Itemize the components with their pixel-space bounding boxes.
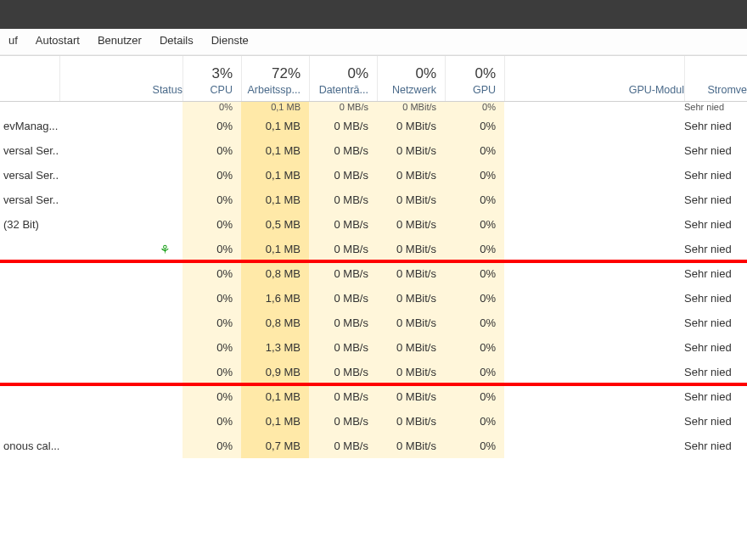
cell-cpu: 0% xyxy=(183,360,241,384)
table-row[interactable]: evManag...0%0,1 MB0 MB/s0 MBit/s0%Sehr n… xyxy=(0,114,747,138)
cell-status xyxy=(59,434,183,458)
cell-net: 0 MBit/s xyxy=(377,286,445,311)
cell-power: Sehr nied xyxy=(684,286,747,311)
table-row[interactable]: versal Ser...0%0,1 MB0 MB/s0 MBit/s0%Seh… xyxy=(0,138,747,163)
cell-gpu: 0% xyxy=(445,335,504,360)
table-row[interactable]: onous cal...0%0,7 MB0 MB/s0 MBit/s0%Sehr… xyxy=(0,434,747,458)
table-row[interactable]: 0%0,1 MB0 MB/s0 MBit/s0%Sehr nied xyxy=(0,409,747,434)
cell-gpumodul xyxy=(504,286,684,311)
cell-mem: 0,1 MB xyxy=(241,237,309,261)
cell-status xyxy=(59,163,183,188)
table-row[interactable]: 0%1,3 MB0 MB/s0 MBit/s0%Sehr nied xyxy=(0,335,747,360)
tab-autostart[interactable]: Autostart xyxy=(27,29,89,55)
cell-gpumodul xyxy=(504,138,684,163)
leaf-icon: ⚘ xyxy=(160,243,171,256)
cell-cpu: 0% xyxy=(183,102,241,114)
cell-gpumodul xyxy=(504,384,684,409)
cell-gpumodul xyxy=(504,114,684,138)
cell-disk: 0 MB/s xyxy=(309,188,377,212)
cell-power: Sehr nied xyxy=(684,237,747,261)
net-label: Netzwerk xyxy=(383,82,436,96)
cell-disk: 0 MB/s xyxy=(309,384,377,409)
mem-label: Arbeitssp... xyxy=(247,82,300,96)
cell-gpu: 0% xyxy=(445,384,504,409)
cell-disk: 0 MB/s xyxy=(309,311,377,335)
cell-power: Sehr nied xyxy=(684,138,747,163)
table-row[interactable]: 0%0,9 MB0 MB/s0 MBit/s0%Sehr nied xyxy=(0,360,747,384)
cell-power: Sehr nied xyxy=(684,409,747,434)
cell-power: Sehr nied xyxy=(684,114,747,138)
cell-gpumodul xyxy=(504,360,684,384)
process-grid: Status 3% CPU 72% Arbeitssp... 0% Datent… xyxy=(0,56,747,458)
cell-status xyxy=(59,114,183,138)
cell-gpumodul xyxy=(504,311,684,335)
cell-status xyxy=(59,384,183,409)
cell-name xyxy=(0,335,59,360)
tab-0[interactable]: uf xyxy=(0,29,27,55)
table-row[interactable]: 0%0,1 MB0 MB/s0 MBit/s0%Sehr nied xyxy=(0,384,747,409)
cell-gpu: 0% xyxy=(445,188,504,212)
col-header-disk[interactable]: 0% Datentrā... xyxy=(309,56,377,101)
cell-status xyxy=(59,188,183,212)
table-row[interactable]: versal Ser...0%0,1 MB0 MB/s0 MBit/s0%Seh… xyxy=(0,188,747,212)
cell-gpumodul xyxy=(504,434,684,458)
col-header-gpumodul[interactable]: GPU-Modul xyxy=(504,56,684,101)
disk-label: Datentrā... xyxy=(315,82,368,96)
col-header-network[interactable]: 0% Netzwerk xyxy=(377,56,445,101)
tab-bar: uf Autostart Benutzer Details Dienste xyxy=(0,29,747,56)
cell-power: Sehr nied xyxy=(684,384,747,409)
col-header-memory[interactable]: 72% Arbeitssp... xyxy=(241,56,309,101)
table-row[interactable]: 0%1,6 MB0 MB/s0 MBit/s0%Sehr nied xyxy=(0,286,747,311)
cell-status xyxy=(59,212,183,237)
cell-cpu: 0% xyxy=(183,286,241,311)
cell-power: Sehr nied xyxy=(684,311,747,335)
col-header-cpu[interactable]: 3% CPU xyxy=(183,56,241,101)
cell-net: 0 MBit/s xyxy=(377,384,445,409)
cell-cpu: 0% xyxy=(183,409,241,434)
table-row[interactable]: 0%0,8 MB0 MB/s0 MBit/s0%Sehr nied xyxy=(0,311,747,335)
cell-name: versal Ser... xyxy=(0,188,59,212)
cell-disk: 0 MB/s xyxy=(309,114,377,138)
col-header-status[interactable]: Status xyxy=(59,56,183,101)
col-header-status-label: Status xyxy=(153,82,183,96)
cell-mem: 1,3 MB xyxy=(241,335,309,360)
cell-net: 0 MBit/s xyxy=(377,188,445,212)
cell-gpumodul xyxy=(504,409,684,434)
table-row[interactable]: ⚘0%0,1 MB0 MB/s0 MBit/s0%Sehr nied xyxy=(0,237,747,261)
cell-gpu: 0% xyxy=(445,212,504,237)
cell-status: ⚘ xyxy=(59,237,183,261)
cell-gpumodul xyxy=(504,212,684,237)
table-row[interactable]: versal Ser...0%0,1 MB0 MB/s0 MBit/s0%Seh… xyxy=(0,163,747,188)
cell-power: Sehr nied xyxy=(684,212,747,237)
cell-mem: 0,1 MB xyxy=(241,188,309,212)
cell-net: 0 MBit/s xyxy=(377,261,445,286)
cell-cpu: 0% xyxy=(183,311,241,335)
col-header-name[interactable] xyxy=(0,56,59,101)
gpu-label: GPU xyxy=(451,82,496,96)
tab-details[interactable]: Details xyxy=(151,29,203,55)
tab-dienste[interactable]: Dienste xyxy=(203,29,258,55)
cpu-percent: 3% xyxy=(188,65,233,82)
cell-mem: 0,9 MB xyxy=(241,360,309,384)
cell-net: 0 MBit/s xyxy=(377,237,445,261)
cell-net: 0 MBit/s xyxy=(377,102,445,114)
cell-name xyxy=(0,261,59,286)
cell-status xyxy=(59,138,183,163)
cell-cpu: 0% xyxy=(183,163,241,188)
cell-net: 0 MBit/s xyxy=(377,335,445,360)
table-row[interactable]: (32 Bit)0%0,5 MB0 MB/s0 MBit/s0%Sehr nie… xyxy=(0,212,747,237)
cell-disk: 0 MB/s xyxy=(309,102,377,114)
table-row-partial[interactable]: 0% 0,1 MB 0 MB/s 0 MBit/s 0% Sehr nied xyxy=(0,102,747,114)
col-header-gpu[interactable]: 0% GPU xyxy=(445,56,504,101)
cell-disk: 0 MB/s xyxy=(309,261,377,286)
tab-benutzer[interactable]: Benutzer xyxy=(89,29,151,55)
cell-disk: 0 MB/s xyxy=(309,138,377,163)
cell-gpu: 0% xyxy=(445,409,504,434)
cell-gpu: 0% xyxy=(445,434,504,458)
cell-gpu: 0% xyxy=(445,114,504,138)
cell-gpu: 0% xyxy=(445,138,504,163)
table-row[interactable]: 0%0,8 MB0 MB/s0 MBit/s0%Sehr nied xyxy=(0,261,747,286)
cell-power: Sehr nied xyxy=(684,163,747,188)
col-header-power[interactable]: Stromve xyxy=(684,56,747,101)
cell-gpumodul xyxy=(504,335,684,360)
